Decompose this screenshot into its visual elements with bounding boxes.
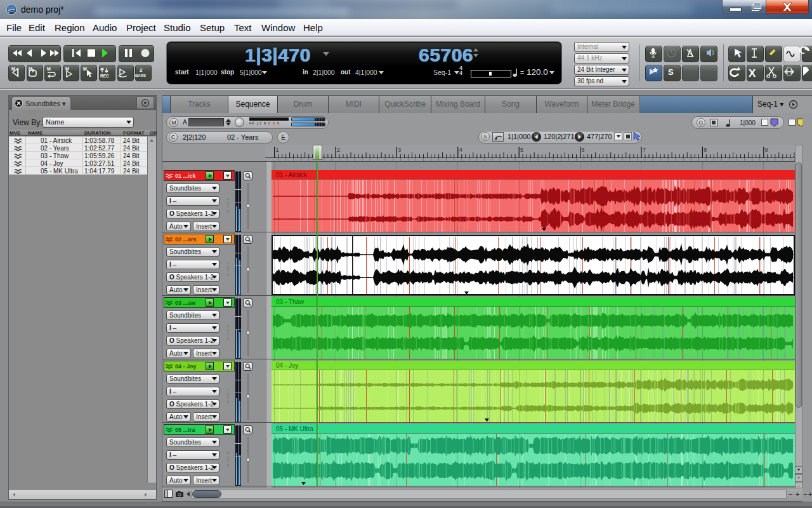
svg-text:S: S xyxy=(668,67,674,77)
svg-text:9: 9 xyxy=(765,147,768,153)
svg-text:8: 8 xyxy=(704,147,707,153)
svg-text:01 - Airsick: 01 - Airsick xyxy=(276,171,308,178)
svg-text:05 - MK Ultra: 05 - MK Ultra xyxy=(276,425,313,432)
svg-text:5: 5 xyxy=(520,147,523,153)
svg-text:M: M xyxy=(65,67,69,71)
svg-text:X: X xyxy=(749,67,756,79)
svg-text:1: 1 xyxy=(276,147,279,153)
svg-text:4: 4 xyxy=(459,147,462,153)
svg-text:2: 2 xyxy=(140,67,143,73)
svg-text:REC: REC xyxy=(100,74,109,78)
svg-text:7: 7 xyxy=(643,147,646,153)
svg-text:3: 3 xyxy=(398,147,401,153)
svg-text:M: M xyxy=(47,67,51,71)
svg-text:03 - Thaw: 03 - Thaw xyxy=(276,298,304,305)
svg-text:M: M xyxy=(83,67,87,71)
svg-text:04 - Joy: 04 - Joy xyxy=(276,362,299,369)
svg-text:2: 2 xyxy=(337,147,340,153)
svg-text:6: 6 xyxy=(582,147,585,153)
svg-text:BARS: BARS xyxy=(135,74,146,77)
